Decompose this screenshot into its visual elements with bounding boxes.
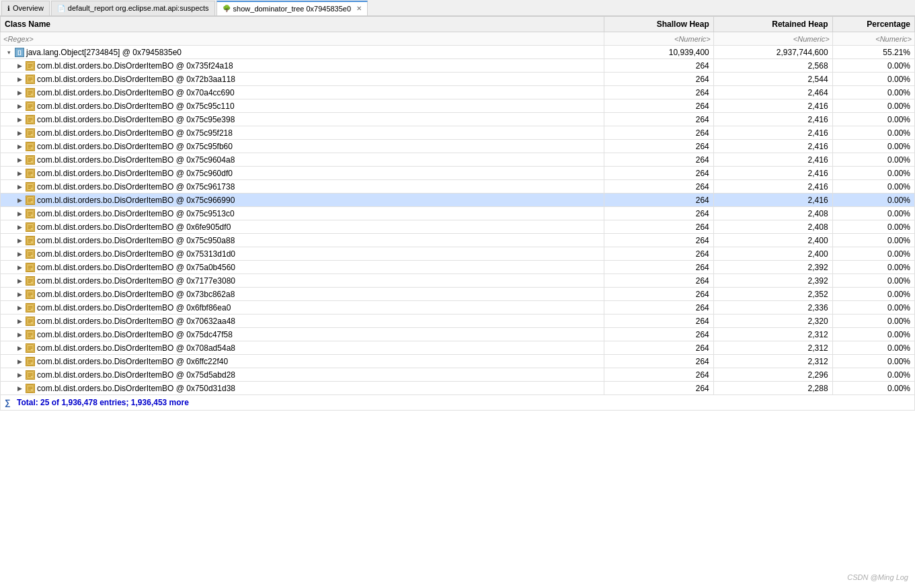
expand-button[interactable]: ▶ [15,358,24,366]
table-row[interactable]: ▶com.bl.dist.orders.bo.DisOrderItemBO @ … [1,234,915,247]
svg-rect-51 [28,228,31,228]
expand-button[interactable]: ▶ [15,169,24,177]
class-name-text: com.bl.dist.orders.bo.DisOrderItemBO @ 0… [37,142,233,151]
svg-rect-57 [28,252,33,253]
svg-rect-43 [28,201,31,202]
expand-button[interactable]: ▶ [15,371,24,379]
expand-button[interactable]: ▶ [15,277,24,285]
expand-button[interactable]: ▶ [15,304,24,312]
object-icon [26,142,35,151]
table-row[interactable]: ▶com.bl.dist.orders.bo.DisOrderItemBO @ … [1,73,915,86]
filter-shallow-input[interactable] [607,35,711,43]
cell-pct-21: 0.00% [832,328,914,341]
table-row[interactable]: ▶com.bl.dist.orders.bo.DisOrderItemBO @ … [1,368,915,382]
expand-button[interactable]: ▶ [15,331,24,339]
table-row[interactable]: ▶com.bl.dist.orders.bo.DisOrderItemBO @ … [1,194,915,207]
object-icon [26,101,35,111]
expand-button[interactable]: ▶ [15,384,24,392]
table-row[interactable]: ▶com.bl.dist.orders.bo.DisOrderItemBO @ … [1,261,915,274]
cell-shallow-14: 264 [604,234,713,247]
cell-pct-24: 0.00% [832,368,914,382]
expand-button[interactable]: ▶ [15,129,24,137]
cell-class-21: ▶com.bl.dist.orders.bo.DisOrderItemBO @ … [1,328,604,341]
object-icon [26,343,35,353]
table-row[interactable]: ▾[]java.lang.Object[2734845] @ 0x7945835… [1,46,915,59]
cell-retained-4: 2,416 [713,99,832,113]
cell-pct-17: 0.00% [832,274,914,288]
expand-button[interactable]: ▶ [15,263,24,271]
expand-button[interactable]: ▶ [15,89,24,97]
col-pct-label: Percentage [867,19,910,29]
table-row[interactable]: ▶com.bl.dist.orders.bo.DisOrderItemBO @ … [1,301,915,314]
col-header-retained[interactable]: Retained Heap [713,17,832,32]
expand-button[interactable]: ▶ [15,290,24,298]
expand-button[interactable]: ▶ [15,102,24,110]
object-icon [26,249,35,259]
expand-button[interactable]: ▶ [15,237,24,245]
tab-default_report[interactable]: 📄default_report org.eclipse.mat.api:susp… [51,1,215,15]
expand-button[interactable]: ▶ [15,344,24,352]
expand-button[interactable]: ▶ [15,62,24,70]
tab-overview[interactable]: ℹOverview [1,1,50,15]
table-row[interactable]: ▶com.bl.dist.orders.bo.DisOrderItemBO @ … [1,113,915,126]
cell-shallow-22: 264 [604,341,713,355]
collapse-button[interactable]: ▾ [5,48,13,56]
cell-shallow-23: 264 [604,355,713,368]
table-row[interactable]: ▶com.bl.dist.orders.bo.DisOrderItemBO @ … [1,99,915,113]
filter-shallow[interactable] [604,32,713,46]
cell-retained-24: 2,296 [713,368,832,382]
expand-button[interactable]: ▶ [15,116,24,124]
cell-shallow-0: 10,939,400 [604,46,713,59]
table-row[interactable]: ▶com.bl.dist.orders.bo.DisOrderItemBO @ … [1,207,915,220]
svg-rect-30 [28,159,33,160]
expand-button[interactable]: ▶ [15,223,24,231]
cell-retained-1: 2,568 [713,59,832,73]
svg-rect-37 [28,185,33,185]
table-row[interactable]: ▶com.bl.dist.orders.bo.DisOrderItemBO @ … [1,274,915,288]
cell-retained-19: 2,336 [713,301,832,314]
table-row[interactable]: ▶com.bl.dist.orders.bo.DisOrderItemBO @ … [1,355,915,368]
table-row[interactable]: ▶com.bl.dist.orders.bo.DisOrderItemBO @ … [1,167,915,180]
tab-dominator_tree[interactable]: 🌳show_dominator_tree 0x7945835e0✕ [216,1,368,15]
svg-rect-65 [28,279,33,280]
expand-button[interactable]: ▶ [15,183,24,191]
filter-retained-input[interactable] [717,35,830,43]
expand-button[interactable]: ▶ [15,156,24,164]
table-row[interactable]: ▶com.bl.dist.orders.bo.DisOrderItemBO @ … [1,86,915,99]
expand-button[interactable]: ▶ [15,210,24,218]
filter-class-input[interactable] [3,35,601,43]
table-row[interactable]: ▶com.bl.dist.orders.bo.DisOrderItemBO @ … [1,341,915,355]
filter-retained[interactable] [713,32,832,46]
table-row[interactable]: ▶com.bl.dist.orders.bo.DisOrderItemBO @ … [1,382,915,395]
tab-close-dominator_tree[interactable]: ✕ [356,5,362,12]
cell-retained-22: 2,312 [713,341,832,355]
filter-class[interactable] [1,32,604,46]
table-row[interactable]: ▶com.bl.dist.orders.bo.DisOrderItemBO @ … [1,328,915,341]
expand-button[interactable]: ▶ [15,317,24,325]
expand-button[interactable]: ▶ [15,75,24,83]
cell-retained-2: 2,544 [713,73,832,86]
table-row[interactable]: ▶com.bl.dist.orders.bo.DisOrderItemBO @ … [1,59,915,73]
cell-class-10: ▶com.bl.dist.orders.bo.DisOrderItemBO @ … [1,180,604,194]
col-header-class[interactable]: Class Name [1,17,604,32]
expand-button[interactable]: ▶ [15,142,24,151]
col-header-shallow[interactable]: Shallow Heap [604,17,713,32]
col-header-pct[interactable]: Percentage [832,17,914,32]
table-row[interactable]: ▶com.bl.dist.orders.bo.DisOrderItemBO @ … [1,247,915,261]
table-row[interactable]: ▶com.bl.dist.orders.bo.DisOrderItemBO @ … [1,126,915,140]
expand-button[interactable]: ▶ [15,196,24,204]
svg-rect-75 [28,308,31,309]
table-row[interactable]: ▶com.bl.dist.orders.bo.DisOrderItemBO @ … [1,288,915,301]
table-row[interactable]: ▶com.bl.dist.orders.bo.DisOrderItemBO @ … [1,314,915,328]
expand-button[interactable]: ▶ [15,250,24,258]
cell-class-13: ▶com.bl.dist.orders.bo.DisOrderItemBO @ … [1,220,604,234]
table-row[interactable]: ▶com.bl.dist.orders.bo.DisOrderItemBO @ … [1,153,915,167]
table-row[interactable]: ▶com.bl.dist.orders.bo.DisOrderItemBO @ … [1,140,915,153]
svg-rect-54 [28,240,33,241]
table-row[interactable]: ▶com.bl.dist.orders.bo.DisOrderItemBO @ … [1,220,915,234]
filter-pct[interactable] [832,32,914,46]
table-row[interactable]: ▶com.bl.dist.orders.bo.DisOrderItemBO @ … [1,180,915,194]
table-body: ▾[]java.lang.Object[2734845] @ 0x7945835… [1,46,915,411]
cell-shallow-25: 264 [604,382,713,395]
filter-pct-input[interactable] [836,35,912,43]
